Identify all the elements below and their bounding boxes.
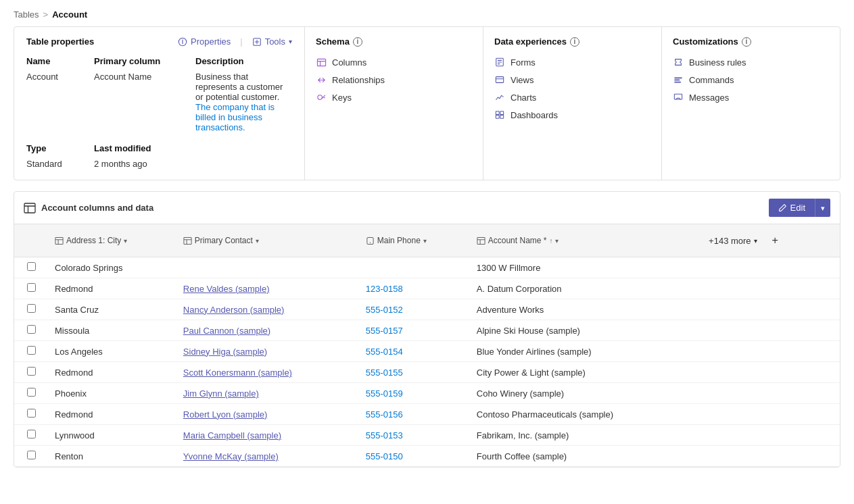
properties-button[interactable]: Properties [178, 36, 231, 47]
cell-phone: 555-0159 [359, 383, 470, 404]
svg-rect-11 [674, 80, 680, 81]
table-row: PhoenixJim Glynn (sample)555-0159Coho Wi… [14, 383, 840, 404]
breadcrumb: Tables > Account [0, 0, 854, 26]
cell-contact[interactable]: Rene Valdes (sample) [176, 278, 359, 299]
cell-city: Redmond [48, 278, 176, 299]
cell-account: Blue Yonder Airlines (sample) [470, 341, 694, 362]
data-exp-info-icon[interactable]: i [570, 37, 579, 47]
commands-icon [673, 74, 684, 85]
cell-account: Contoso Pharmaceuticals (sample) [470, 404, 694, 425]
data-table-icon [24, 202, 36, 214]
tools-icon [252, 37, 262, 47]
cell-account: City Power & Light (sample) [470, 362, 694, 383]
messages-link[interactable]: Messages [673, 89, 829, 106]
breadcrumb-tables-link[interactable]: Tables [14, 9, 39, 20]
add-column-button[interactable]: + [765, 230, 785, 251]
business-rules-icon [673, 57, 684, 68]
cell-contact[interactable]: Paul Cannon (sample) [176, 320, 359, 341]
table-properties-panel: Table properties Properties | Tools ▾ Na… [14, 27, 305, 180]
phone-sort-chevron: ▾ [423, 237, 427, 245]
table-row: RedmondScott Konersmann (sample)555-0155… [14, 362, 840, 383]
cell-city: Los Angeles [48, 341, 176, 362]
cell-contact[interactable]: Scott Konersmann (sample) [176, 362, 359, 383]
columns-link[interactable]: Columns [316, 53, 472, 71]
dashboards-link[interactable]: Dashboards [494, 106, 650, 124]
row-checkbox[interactable] [14, 446, 48, 467]
charts-icon [494, 92, 505, 103]
data-table-wrap: Address 1: City ▾ Primary Contact ▾ [14, 224, 840, 467]
contact-col-icon [183, 236, 192, 245]
customizations-panel: Customizations i Business rules Commands… [662, 27, 840, 180]
views-icon [494, 74, 505, 85]
table-row: Colorado Springs1300 W Fillmore [14, 257, 840, 278]
col-header-city[interactable]: Address 1: City ▾ [48, 224, 176, 257]
col-header-phone[interactable]: Main Phone ▾ [359, 224, 470, 257]
row-checkbox[interactable] [14, 383, 48, 404]
data-section-title: Account columns and data [24, 202, 153, 214]
more-chevron-icon: ▾ [754, 237, 757, 245]
cell-phone: 555-0150 [359, 446, 470, 467]
views-link[interactable]: Views [494, 71, 650, 89]
row-checkbox[interactable] [14, 257, 48, 278]
tools-button[interactable]: Tools ▾ [252, 36, 292, 47]
cell-contact[interactable]: Yvonne McKay (sample) [176, 446, 359, 467]
row-checkbox[interactable] [14, 425, 48, 446]
row-checkbox[interactable] [14, 299, 48, 320]
svg-rect-13 [674, 94, 682, 99]
svg-point-17 [370, 242, 371, 243]
relationships-icon [316, 74, 327, 85]
cell-contact [176, 257, 359, 278]
columns-icon [316, 57, 327, 68]
cell-contact[interactable]: Robert Lyon (sample) [176, 404, 359, 425]
svg-point-3 [317, 95, 322, 99]
row-checkbox[interactable] [14, 341, 48, 362]
cell-account: Alpine Ski House (sample) [470, 320, 694, 341]
cell-contact[interactable]: Maria Campbell (sample) [176, 425, 359, 446]
svg-rect-15 [55, 237, 63, 244]
forms-link[interactable]: Forms [494, 53, 650, 71]
customizations-info-icon[interactable]: i [742, 37, 751, 47]
data-section: Account columns and data Edit ▾ Address [14, 191, 840, 468]
col-header-account[interactable]: Account Name * ↑ ▾ [470, 224, 694, 257]
description-link[interactable]: The company that is billed in business t… [195, 102, 275, 132]
business-rules-link[interactable]: Business rules [673, 53, 829, 71]
cell-account: A. Datum Corporation [470, 278, 694, 299]
svg-rect-14 [24, 203, 35, 213]
cell-city: Phoenix [48, 383, 176, 404]
data-experiences-panel: Data experiences i Forms Views Charts [483, 27, 662, 180]
row-checkbox[interactable] [14, 404, 48, 425]
cell-contact[interactable]: Nancy Anderson (sample) [176, 299, 359, 320]
cell-city: Santa Cruz [48, 299, 176, 320]
cell-account: Fourth Coffee (sample) [470, 446, 694, 467]
more-columns-button[interactable]: +143 more ▾ [701, 231, 765, 251]
name-label: Name [26, 55, 94, 68]
cell-city: Colorado Springs [48, 257, 176, 278]
cell-city: Redmond [48, 404, 176, 425]
edit-button[interactable]: Edit [769, 199, 815, 217]
keys-link[interactable]: Keys [316, 89, 472, 106]
last-modified-label: Last modified [94, 142, 195, 155]
account-name-value: Account [26, 70, 94, 134]
svg-rect-8 [496, 115, 499, 118]
commands-link[interactable]: Commands [673, 71, 829, 89]
schema-info-icon[interactable]: i [353, 37, 362, 47]
tools-chevron-icon: ▾ [289, 38, 292, 45]
svg-rect-18 [477, 237, 485, 244]
phone-col-icon [366, 236, 375, 245]
relationships-link[interactable]: Relationships [316, 71, 472, 89]
cell-contact[interactable]: Sidney Higa (sample) [176, 341, 359, 362]
cell-contact[interactable]: Jim Glynn (sample) [176, 383, 359, 404]
row-checkbox[interactable] [14, 320, 48, 341]
row-checkbox[interactable] [14, 278, 48, 299]
row-checkbox[interactable] [14, 362, 48, 383]
charts-link[interactable]: Charts [494, 89, 650, 106]
cell-account: Coho Winery (sample) [470, 383, 694, 404]
cell-city: Missoula [48, 320, 176, 341]
col-header-contact[interactable]: Primary Contact ▾ [176, 224, 359, 257]
cell-city: Redmond [48, 362, 176, 383]
svg-rect-6 [496, 111, 499, 115]
data-experiences-title: Data experiences i [494, 36, 650, 47]
city-sort-chevron: ▾ [124, 237, 127, 245]
edit-chevron-button[interactable]: ▾ [815, 199, 830, 217]
cell-phone: 555-0157 [359, 320, 470, 341]
